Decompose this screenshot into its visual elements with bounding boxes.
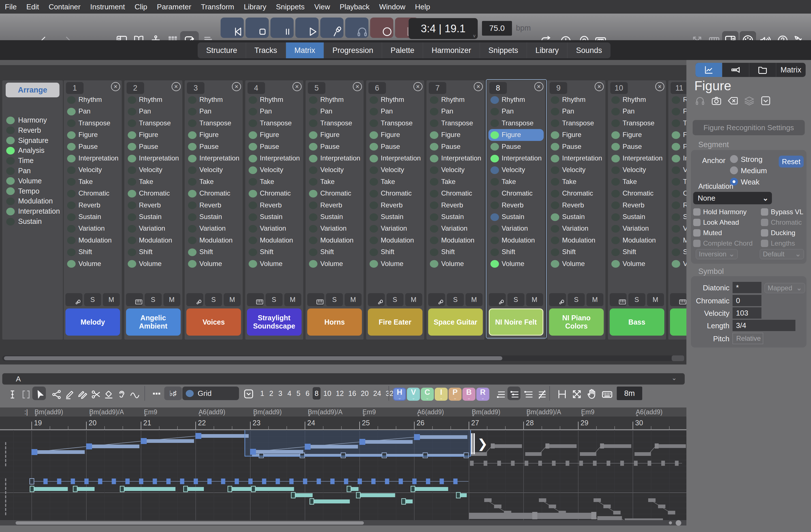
teal-note[interactable] <box>185 487 204 491</box>
param-dot-take[interactable] <box>369 178 378 186</box>
param-reverb[interactable]: Reverb <box>381 201 403 209</box>
param-pan[interactable]: Pan <box>78 107 91 115</box>
close-column-icon[interactable]: ✕ <box>353 82 362 91</box>
param-interpretation[interactable]: Interpretation <box>78 154 118 162</box>
param-dot-rhythm[interactable] <box>309 96 318 104</box>
mute-button[interactable]: M <box>586 293 603 306</box>
param-dot-pause[interactable] <box>611 143 620 151</box>
line-tool-rows-left[interactable] <box>494 387 507 400</box>
param-sustain[interactable]: Sustain <box>683 213 686 221</box>
param-pan[interactable]: Pan <box>260 107 272 115</box>
note-handle[interactable] <box>347 486 351 492</box>
teal-note[interactable] <box>32 487 68 491</box>
param-dot-take[interactable] <box>188 178 197 186</box>
solo-button[interactable]: S <box>205 293 222 306</box>
note-handle[interactable] <box>382 453 386 458</box>
param-dot-sustain[interactable] <box>67 213 76 221</box>
menu-transform[interactable]: Transform <box>196 0 239 14</box>
param-dot-shift[interactable] <box>430 248 438 256</box>
step-note[interactable] <box>30 479 34 484</box>
param-interpretation[interactable]: Interpretation <box>139 154 179 162</box>
note-handle[interactable] <box>423 453 428 458</box>
note-handle[interactable] <box>251 486 256 492</box>
menu-view[interactable]: View <box>309 0 335 14</box>
param-dot-pan[interactable] <box>128 108 136 115</box>
menu-window[interactable]: Window <box>374 0 410 14</box>
mapped-dropdown[interactable]: Mapped ⌄ <box>765 283 805 293</box>
param-transpose[interactable]: Transpose <box>199 119 231 127</box>
chord-20[interactable]: Bm(add9)/A <box>89 408 124 416</box>
param-dot-sustain[interactable] <box>369 213 378 221</box>
instrument-button[interactable]: Space Guitar <box>428 309 483 335</box>
param-dot-chromatic[interactable] <box>67 190 76 198</box>
record-mic-button[interactable] <box>320 18 343 38</box>
chord-19[interactable]: Bm(add9) <box>34 408 63 416</box>
mute-button[interactable]: M <box>526 293 543 306</box>
param-dot-velocity[interactable] <box>67 167 76 174</box>
menu-container[interactable]: Container <box>44 0 86 14</box>
close-column-icon[interactable]: ✕ <box>413 82 423 91</box>
mute-button[interactable]: M <box>103 293 120 306</box>
column-tool-button[interactable] <box>670 293 686 306</box>
param-modulation[interactable]: Modulation <box>562 236 595 244</box>
param-pause[interactable]: Pause <box>502 143 521 151</box>
gray-note[interactable] <box>668 511 675 514</box>
param-dot-variation[interactable] <box>672 225 680 233</box>
solo-button[interactable]: S <box>507 293 524 306</box>
keyboard-icon[interactable] <box>601 388 613 401</box>
param-rhythm[interactable]: Rhythm <box>683 96 686 104</box>
param-dot-variation[interactable] <box>128 225 136 233</box>
note-handle[interactable] <box>86 443 92 449</box>
chord-30[interactable]: A6(add9) <box>636 408 663 416</box>
param-dot-modulation[interactable] <box>611 237 620 244</box>
checkbox-bypass-vl[interactable] <box>761 208 768 216</box>
step-note[interactable] <box>85 479 89 484</box>
param-modulation[interactable]: Modulation <box>502 236 535 244</box>
gray-step-note[interactable] <box>607 461 610 466</box>
gray-step-note[interactable] <box>566 461 569 466</box>
param-dot-reverb[interactable] <box>309 202 318 209</box>
param-modulation[interactable]: Modulation <box>199 236 232 244</box>
param-figure[interactable]: Figure <box>502 131 521 139</box>
param-dot-take[interactable] <box>430 178 438 186</box>
step-note[interactable] <box>194 479 198 484</box>
tool-ibeam[interactable] <box>4 387 18 400</box>
tab-matrix[interactable]: Matrix <box>286 43 324 58</box>
param-dot-sustain[interactable] <box>128 213 136 221</box>
param-dot-sustain[interactable] <box>309 213 318 221</box>
menu-edit[interactable]: Edit <box>21 0 44 14</box>
note-handle[interactable] <box>411 486 415 492</box>
grid-value-1[interactable]: 1 <box>258 387 266 400</box>
teal-note[interactable] <box>311 499 350 503</box>
param-transpose[interactable]: Transpose <box>562 119 594 127</box>
param-modulation[interactable]: Modulation <box>381 236 414 244</box>
menu-instrument[interactable]: Instrument <box>85 0 130 14</box>
param-dot-chromatic[interactable] <box>128 190 136 198</box>
param-interpretation[interactable]: Interpretation <box>260 154 300 162</box>
param-dot-pan[interactable] <box>188 108 197 115</box>
param-dot-pan[interactable] <box>309 108 318 115</box>
param-dot-velocity[interactable] <box>249 167 257 174</box>
param-take[interactable]: Take <box>199 178 214 186</box>
param-dot-pause[interactable] <box>551 143 559 151</box>
param-dot-figure[interactable] <box>672 131 680 139</box>
param-modulation[interactable]: Modulation <box>683 236 686 244</box>
param-chromatic[interactable]: Chromatic <box>623 189 654 197</box>
column-tool-button[interactable] <box>126 293 143 306</box>
checkbox-complete-chord[interactable] <box>693 240 701 247</box>
param-dot-interpretation[interactable] <box>67 155 76 162</box>
param-dot-pan[interactable] <box>249 108 257 115</box>
param-pan[interactable]: Pan <box>381 107 393 115</box>
param-interpretation[interactable]: Interpretation <box>502 154 542 162</box>
param-figure[interactable]: Figure <box>139 131 158 139</box>
param-sustain[interactable]: Sustain <box>139 213 162 221</box>
param-volume[interactable]: Volume <box>320 260 343 268</box>
gray-note[interactable] <box>549 504 556 508</box>
param-variation[interactable]: Variation <box>562 224 588 232</box>
param-rhythm[interactable]: Rhythm <box>139 96 163 104</box>
param-figure[interactable]: Figure <box>623 131 642 139</box>
mute-button[interactable]: M <box>284 293 301 306</box>
skip-start-button[interactable] <box>220 18 244 38</box>
checkbox-hold-harmony[interactable] <box>693 208 701 216</box>
sidebar-item-sustain[interactable]: Sustain <box>18 217 42 225</box>
